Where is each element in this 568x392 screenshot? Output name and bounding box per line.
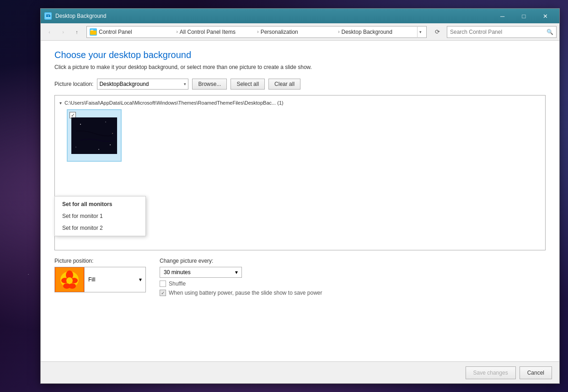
svg-rect-2: [48, 15, 50, 17]
picture-location-value: DesktopBackground: [99, 81, 149, 87]
svg-rect-3: [46, 14, 50, 15]
battery-row: ✓ When using battery power, pause the sl…: [160, 290, 322, 296]
picture-location-select[interactable]: DesktopBackground ▾: [97, 79, 188, 90]
svg-point-22: [69, 283, 76, 289]
window-icon: [44, 12, 52, 20]
search-input[interactable]: [450, 29, 547, 35]
svg-point-13: [98, 149, 99, 150]
breadcrumb-arrow-1: ›: [177, 29, 178, 34]
set-monitor-1-item[interactable]: Set for monitor 1: [55, 210, 145, 222]
svg-point-10: [105, 122, 106, 122]
page-title: Choose your desktop background: [54, 50, 546, 60]
svg-point-11: [110, 144, 111, 145]
maximize-button[interactable]: □: [514, 9, 534, 23]
refresh-button[interactable]: ⟳: [431, 26, 443, 38]
change-picture-dropdown[interactable]: 30 minutes ▾: [160, 267, 242, 278]
address-personalization[interactable]: Personalization: [261, 29, 337, 35]
cancel-button[interactable]: Cancel: [520, 366, 552, 379]
position-preview: [55, 267, 84, 292]
close-button[interactable]: ✕: [535, 9, 556, 23]
svg-rect-1: [46, 15, 48, 17]
breadcrumb-arrow-2: ›: [257, 29, 258, 34]
change-picture-section: Change picture every: 30 minutes ▾ Shuff…: [160, 258, 322, 296]
content-area: Choose your desktop background Click a p…: [41, 41, 559, 361]
position-dropdown-icon: ▾: [139, 276, 142, 283]
window-title: Desktop Background: [55, 13, 492, 19]
svg-point-12: [75, 147, 76, 148]
gallery-group-header: ▾ C:\Users\Faisal\AppData\Local\Microsof…: [59, 100, 541, 106]
bottom-controls: Picture position:: [54, 258, 546, 296]
gallery-item[interactable]: ✓: [67, 109, 122, 162]
picture-location-row: Picture location: DesktopBackground ▾ Br…: [54, 79, 546, 90]
change-picture-value: 30 minutes: [164, 269, 191, 275]
group-expand-icon[interactable]: ▾: [59, 101, 62, 106]
picture-position-control: Fill ▾: [54, 267, 146, 292]
minimize-button[interactable]: ─: [492, 9, 513, 23]
svg-point-23: [66, 277, 73, 284]
clear-all-button[interactable]: Clear all: [268, 79, 300, 90]
set-monitor-2-item[interactable]: Set for monitor 2: [55, 222, 145, 234]
title-bar: Desktop Background ─ □ ✕: [41, 9, 559, 23]
up-button[interactable]: ↑: [71, 26, 83, 38]
breadcrumb-arrow-3: ›: [338, 29, 339, 34]
footer: Save changes Cancel: [41, 361, 559, 383]
search-icon[interactable]: 🔍: [547, 29, 553, 35]
gallery-path: C:\Users\Faisal\AppData\Local\Microsoft\…: [64, 100, 284, 106]
picture-position-section: Picture position:: [54, 258, 146, 292]
gallery-items: ✓: [59, 109, 541, 162]
picture-location-label: Picture location:: [54, 81, 93, 87]
address-desktop-bg[interactable]: Desktop Background: [342, 29, 418, 35]
select-all-button[interactable]: Select all: [230, 79, 265, 90]
shuffle-row: Shuffle: [160, 281, 322, 287]
search-box[interactable]: 🔍: [447, 26, 557, 38]
change-picture-label: Change picture every:: [160, 258, 322, 264]
svg-point-9: [80, 124, 81, 125]
address-control-panel[interactable]: Control Panel: [99, 29, 175, 35]
position-select[interactable]: Fill ▾: [84, 267, 145, 292]
page-subtitle: Click a picture to make it your desktop …: [54, 64, 546, 70]
browse-button[interactable]: Browse...: [192, 79, 227, 90]
picture-position-label: Picture position:: [54, 258, 146, 264]
set-all-monitors-item[interactable]: Set for all monitors: [55, 198, 145, 210]
battery-checkbox[interactable]: ✓: [160, 290, 166, 296]
address-all-items[interactable]: All Control Panel Items: [180, 29, 256, 35]
svg-rect-4: [90, 31, 96, 35]
forward-button[interactable]: ›: [57, 26, 69, 38]
back-button[interactable]: ‹: [43, 26, 55, 38]
save-changes-button[interactable]: Save changes: [466, 366, 516, 379]
nebula-image: [71, 117, 117, 154]
battery-label: When using battery power, pause the slid…: [169, 290, 322, 296]
shuffle-label: Shuffle: [169, 281, 186, 287]
navigation-bar: ‹ › ↑ Control Panel › All Control Panel …: [41, 23, 559, 41]
folder-icon: [90, 28, 97, 36]
context-menu: Set for all monitors Set for monitor 1 S…: [54, 196, 146, 236]
svg-point-14: [112, 133, 113, 133]
position-value: Fill: [88, 276, 95, 283]
address-bar[interactable]: Control Panel › All Control Panel Items …: [86, 26, 427, 38]
dropdown-arrow-icon: ▾: [184, 82, 186, 86]
address-dropdown-button[interactable]: ▾: [417, 26, 423, 38]
window-controls: ─ □ ✕: [492, 9, 556, 23]
change-picture-arrow-icon: ▾: [235, 269, 238, 275]
window: Desktop Background ─ □ ✕ ‹ › ↑ Control P…: [40, 8, 560, 384]
shuffle-checkbox[interactable]: [160, 281, 166, 287]
